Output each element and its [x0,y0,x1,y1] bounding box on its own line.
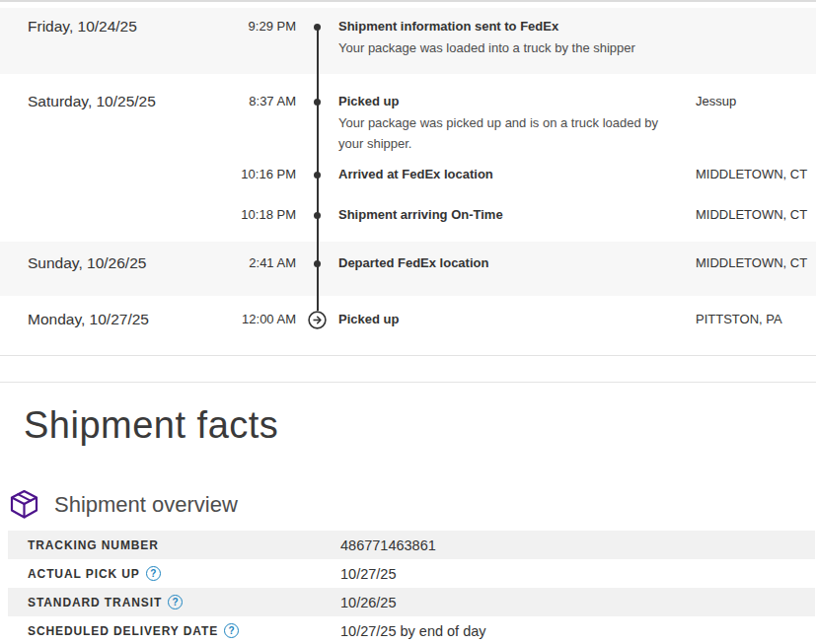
event-date: Friday, 10/24/25 [28,18,185,36]
event-time: 12:00 AM [185,311,296,328]
event-time: 10:16 PM [185,166,296,183]
event-location: MIDDLETOWN, CT [696,254,816,272]
event-location: Jessup [696,93,816,110]
help-icon[interactable]: ? [146,566,161,581]
timeline-event-row: 10:16 PM Arrived at FedEx location MIDDL… [0,160,816,200]
divider [0,382,816,383]
event-date: Monday, 10/27/25 [28,311,185,328]
event-location: MIDDLETOWN, CT [696,166,816,183]
fact-label: ACTUAL PICK UP [28,567,140,581]
divider [0,0,816,2]
help-icon[interactable]: ? [224,623,239,638]
timeline-event-row: 10:18 PM Shipment arriving On-Time MIDDL… [0,200,816,242]
scheduled-delivery-value: 10/27/25 by end of day [340,623,815,639]
package-box-icon [8,488,40,521]
event-title: Arrived at FedEx location [338,166,680,183]
shipment-facts-section: Shipment facts Shipment overview TRACKIN… [0,404,816,644]
timeline-event-row: Sunday, 10/26/25 2:41 AM Departed FedEx … [0,242,816,296]
help-icon[interactable]: ? [168,595,183,609]
shipment-overview-header: Shipment overview [8,488,816,521]
shipment-overview-table: TRACKING NUMBER 486771463861 ACTUAL PICK… [8,531,815,644]
event-location: PITTSTON, PA [696,311,816,328]
event-title: Departed FedEx location [338,254,680,272]
event-location: MIDDLETOWN, CT [696,206,816,224]
event-title: Shipment information sent to FedEx [338,18,680,36]
divider [0,355,816,356]
table-row: ACTUAL PICK UP ? 10/27/25 [8,559,815,588]
event-date: Saturday, 10/25/25 [28,93,185,110]
fact-label: SCHEDULED DELIVERY DATE [28,624,218,638]
timeline-event-row: Friday, 10/24/25 9:29 PM Shipment inform… [0,8,816,74]
tracking-number-value: 486771463861 [340,537,815,553]
table-row: SCHEDULED DELIVERY DATE ? 10/27/25 by en… [8,616,815,644]
event-time: 10:18 PM [185,206,296,224]
arrow-right-circle-icon [308,311,327,329]
event-title: Picked up [338,311,680,328]
event-time: 8:37 AM [185,93,296,110]
event-date: Sunday, 10/26/25 [28,254,185,272]
event-time: 9:29 PM [185,18,296,36]
timeline-event-row: Monday, 10/27/25 12:00 AM Picked up PITT… [0,296,816,353]
event-time: 2:41 AM [185,254,296,272]
table-row: STANDARD TRANSIT ? 10/26/25 [8,588,815,616]
event-title: Shipment arriving On-Time [338,206,680,224]
fact-label: STANDARD TRANSIT [28,596,162,609]
event-title: Picked up [338,93,680,110]
event-description: Your package was loaded into a truck by … [338,37,680,58]
page-title: Shipment facts [24,404,816,447]
event-description: Your package was picked up and is on a t… [338,112,680,154]
timeline-event-row: Saturday, 10/25/25 8:37 AM Picked up You… [0,87,816,160]
actual-pickup-value: 10/27/25 [340,566,815,582]
table-row: TRACKING NUMBER 486771463861 [8,531,815,559]
section-title: Shipment overview [54,492,238,518]
fact-label: TRACKING NUMBER [28,538,159,552]
timeline-connector-line [317,26,319,311]
standard-transit-value: 10/26/25 [340,595,815,610]
travel-history-section: Friday, 10/24/25 9:29 PM Shipment inform… [0,0,816,383]
